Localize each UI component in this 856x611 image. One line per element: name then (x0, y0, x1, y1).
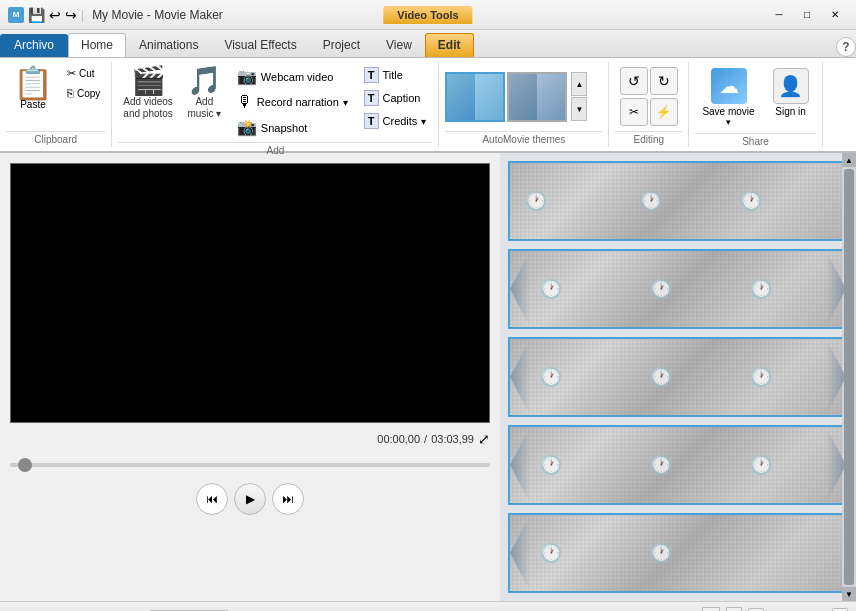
video-tools-badge: Video Tools (383, 8, 472, 22)
cut-button[interactable]: ✂ Cut (62, 64, 105, 83)
scroll-up-button[interactable]: ▲ (842, 153, 856, 167)
zoom-out-button[interactable]: − (748, 608, 764, 612)
clock-icon-4c: 🕐 (750, 454, 772, 476)
clock-icon-2b: 🕐 (650, 278, 672, 300)
timeline-strip-2[interactable]: 🕐 🕐 🕐 (508, 249, 848, 329)
tab-archivo[interactable]: Archivo (0, 34, 68, 57)
theme-scroll-down[interactable]: ▼ (571, 97, 587, 121)
theme-2[interactable] (507, 72, 567, 122)
preview-panel: 00:00,00 / 03:03,99 ⤢ ⏮ ▶ ⏭ (0, 153, 500, 601)
credits-button[interactable]: T Credits ▾ (358, 110, 433, 132)
save-cloud-icon: ☁ (711, 68, 747, 104)
clock-icon-2c: 🕐 (750, 278, 772, 300)
seek-bar[interactable] (10, 455, 490, 475)
zoom-in-button[interactable]: + (832, 608, 848, 612)
clock-icon-4b: 🕐 (650, 454, 672, 476)
strip-texture-1 (510, 163, 846, 239)
prev-button[interactable]: ⏮ (196, 483, 228, 515)
view-timeline-button[interactable]: ≡ (726, 607, 742, 611)
expand-button[interactable]: ⤢ (478, 431, 490, 447)
share-group: ☁ Save movie ▾ 👤 Sign in Share (689, 62, 822, 147)
record-narration-button[interactable]: 🎙 Record narration ▾ (231, 90, 354, 114)
close-button[interactable]: ✕ (822, 5, 848, 25)
tab-edit[interactable]: Edit (425, 33, 474, 57)
videos-icon: 🎬 (131, 67, 166, 95)
caption-icon: T (364, 90, 379, 106)
status-bar: Item 1 of 1 | File 1 of 1 Stop ⊞ ≡ − + (0, 601, 856, 611)
clipboard-group: 📋 Paste ✂ Cut ⎘ Copy Clipboard (0, 62, 112, 147)
music-icon: 🎵 (187, 67, 222, 95)
help-button[interactable]: ? (836, 37, 856, 57)
person-icon: 👤 (773, 68, 809, 104)
seek-track[interactable] (10, 463, 490, 467)
add-right-col: 📷 Webcam video 🎙 Record narration ▾ 📸 Sn… (231, 64, 354, 140)
ribbon-tabs: Archivo Home Animations Visual Effects P… (0, 30, 856, 58)
add-videos-button[interactable]: 🎬 Add videosand photos (118, 64, 178, 123)
add-music-button[interactable]: 🎵 Addmusic ▾ (182, 64, 227, 123)
title-button[interactable]: T Title (358, 64, 433, 86)
theme-1[interactable] (445, 72, 505, 122)
qat-save[interactable]: 💾 (28, 7, 45, 23)
themes-container: ▲ ▼ (445, 72, 587, 122)
tab-home[interactable]: Home (68, 33, 126, 57)
clipboard-label: Clipboard (6, 131, 105, 145)
cut-copy-group: ✂ Cut ⎘ Copy (62, 64, 105, 102)
automovie-label: AutoMovie themes (445, 131, 602, 145)
timeline-strip-4[interactable]: 🕐 🕐 🕐 (508, 425, 848, 505)
text-tools-col: T Title T Caption T Credits ▾ (358, 64, 433, 132)
caption-button[interactable]: T Caption (358, 87, 433, 109)
rotate-left-button[interactable]: ↺ (620, 67, 648, 95)
timeline-scroll[interactable]: 🕐 🕐 🕐 🕐 🕐 🕐 🕐 🕐 🕐 (500, 153, 856, 601)
editing-label: Editing (615, 131, 682, 145)
snapshot-button[interactable]: 📸 Snapshot (231, 115, 354, 140)
title-icon: T (364, 67, 379, 83)
clock-icon-5a: 🕐 (540, 542, 562, 564)
minimize-button[interactable]: ─ (766, 5, 792, 25)
scroll-down-button[interactable]: ▼ (842, 587, 856, 601)
trim-button[interactable]: ✂ (620, 98, 648, 126)
timeline-strip-1[interactable]: 🕐 🕐 🕐 (508, 161, 848, 241)
time-total: 03:03,99 (431, 433, 474, 445)
tab-project[interactable]: Project (310, 33, 373, 57)
narration-icon: 🎙 (237, 93, 253, 111)
tab-visual-effects[interactable]: Visual Effects (211, 33, 309, 57)
timeline-strip-5[interactable]: 🕐 🕐 (508, 513, 848, 593)
play-button[interactable]: ▶ (234, 483, 266, 515)
tab-animations[interactable]: Animations (126, 33, 211, 57)
window-controls: ─ □ ✕ (766, 5, 848, 25)
clock-icon-1b: 🕐 (640, 190, 662, 212)
paste-button[interactable]: 📋 Paste (6, 64, 60, 113)
editing-group: ↺ ↻ ✂ ⚡ Editing (609, 62, 689, 147)
playback-controls: ⏮ ▶ ⏭ (10, 483, 490, 515)
snapshot-icon: 📸 (237, 118, 257, 137)
clock-icon-3c: 🕐 (750, 366, 772, 388)
maximize-button[interactable]: □ (794, 5, 820, 25)
seek-thumb[interactable] (18, 458, 32, 472)
clock-icon-3a: 🕐 (540, 366, 562, 388)
sign-in-button[interactable]: 👤 Sign in (766, 64, 816, 121)
paste-icon: 📋 (13, 67, 53, 99)
theme-scroll-up[interactable]: ▲ (571, 72, 587, 96)
copy-button[interactable]: ⎘ Copy (62, 84, 105, 102)
qat-undo[interactable]: ↩ (49, 7, 61, 23)
qat-redo[interactable]: ↪ (65, 7, 77, 23)
save-movie-button[interactable]: ☁ Save movie ▾ (695, 64, 761, 131)
clock-icon-5b: 🕐 (650, 542, 672, 564)
view-storyboard-button[interactable]: ⊞ (702, 607, 720, 611)
rotate-right-button[interactable]: ↻ (650, 67, 678, 95)
main-area: 00:00,00 / 03:03,99 ⤢ ⏮ ▶ ⏭ 🕐 🕐 🕐 (0, 153, 856, 601)
share-label: Share (695, 133, 815, 147)
tab-view[interactable]: View (373, 33, 425, 57)
video-preview (10, 163, 490, 423)
clock-icon-1c: 🕐 (740, 190, 762, 212)
time-display: 00:00,00 / 03:03,99 ⤢ (10, 431, 490, 447)
copy-icon: ⎘ (67, 87, 74, 99)
split-button[interactable]: ⚡ (650, 98, 678, 126)
next-button[interactable]: ⏭ (272, 483, 304, 515)
clock-icon-1a: 🕐 (525, 190, 547, 212)
add-group: 🎬 Add videosand photos 🎵 Addmusic ▾ 📷 We… (112, 62, 439, 147)
title-text: My Movie - Movie Maker (92, 8, 223, 22)
cut-icon: ✂ (67, 67, 76, 80)
timeline-strip-3[interactable]: 🕐 🕐 🕐 (508, 337, 848, 417)
webcam-button[interactable]: 📷 Webcam video (231, 64, 354, 89)
